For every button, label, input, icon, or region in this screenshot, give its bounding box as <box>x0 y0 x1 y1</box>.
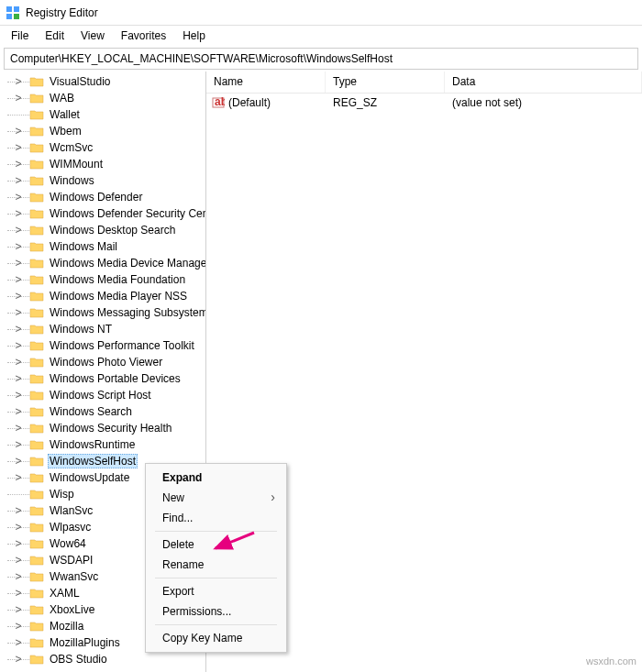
menu-edit[interactable]: Edit <box>38 28 72 44</box>
ctx-export[interactable]: Export <box>148 581 284 601</box>
expand-icon[interactable]: > <box>7 174 29 187</box>
expand-icon[interactable]: > <box>7 141 29 154</box>
expand-icon[interactable]: > <box>7 455 29 468</box>
expand-icon[interactable]: > <box>7 191 29 204</box>
expand-icon[interactable]: > <box>7 554 29 567</box>
folder-icon <box>29 620 44 633</box>
folder-icon <box>29 356 44 369</box>
menu-favorites[interactable]: Favorites <box>114 28 173 44</box>
tree-node[interactable]: >Windows Media Foundation <box>0 271 205 288</box>
tree-node[interactable]: >Windows Mail <box>0 238 205 255</box>
expand-icon[interactable]: > <box>7 471 29 484</box>
svg-rect-2 <box>6 14 12 19</box>
folder-icon <box>29 92 44 105</box>
expand-icon[interactable]: > <box>7 504 29 517</box>
expand-icon[interactable]: > <box>7 405 29 418</box>
tree-label: Wow64 <box>48 537 88 550</box>
svg-rect-1 <box>14 6 19 12</box>
tree-label: Wisp <box>48 488 76 501</box>
folder-icon <box>29 587 44 600</box>
expand-icon[interactable]: > <box>7 75 29 88</box>
tree-node[interactable]: >Windows Photo Viewer <box>0 354 205 370</box>
expand-icon[interactable]: > <box>7 339 29 352</box>
ctx-rename[interactable]: Rename <box>148 555 284 575</box>
address-bar[interactable]: Computer\HKEY_LOCAL_MACHINE\SOFTWARE\Mic… <box>4 48 638 70</box>
expand-icon[interactable]: > <box>7 207 29 220</box>
expand-icon[interactable]: > <box>7 389 29 402</box>
expand-icon[interactable]: > <box>7 273 29 286</box>
tree-node[interactable]: Wallet <box>0 106 205 123</box>
expand-icon[interactable]: > <box>7 521 29 534</box>
folder-icon <box>29 422 44 435</box>
folder-icon <box>29 125 44 138</box>
expand-icon[interactable]: > <box>7 125 29 138</box>
folder-icon <box>29 603 44 616</box>
expand-icon[interactable]: > <box>7 240 29 253</box>
expand-icon[interactable]: > <box>7 356 29 369</box>
expand-icon[interactable]: > <box>7 224 29 237</box>
col-data[interactable]: Data <box>445 72 642 93</box>
expand-icon[interactable]: > <box>7 570 29 583</box>
expand-icon[interactable]: > <box>7 92 29 105</box>
tree-node[interactable]: >Windows NT <box>0 321 205 337</box>
expand-icon[interactable]: > <box>7 603 29 616</box>
expand-icon[interactable]: > <box>7 587 29 600</box>
folder-icon <box>29 455 44 468</box>
ctx-find[interactable]: Find... <box>148 508 284 528</box>
tree-node[interactable]: >Windows Security Health <box>0 420 205 436</box>
col-type[interactable]: Type <box>326 72 445 93</box>
string-value-icon: ab <box>212 96 225 109</box>
folder-icon <box>29 504 44 517</box>
ctx-permissions[interactable]: Permissions... <box>148 601 284 622</box>
expand-icon[interactable]: > <box>7 158 29 171</box>
expand-icon[interactable]: > <box>7 438 29 451</box>
expand-icon[interactable]: > <box>7 620 29 633</box>
tree-node[interactable]: >WcmSvc <box>0 139 205 156</box>
tree-node[interactable]: >Windows Defender Security Center <box>0 205 205 222</box>
expand-icon[interactable]: > <box>7 372 29 385</box>
folder-icon <box>29 158 44 171</box>
expand-icon[interactable]: > <box>7 653 29 666</box>
ctx-new[interactable]: New <box>148 488 284 508</box>
app-icon <box>6 6 20 20</box>
folder-icon <box>29 653 44 666</box>
tree-label: Windows Media Device Manager <box>48 257 205 270</box>
tree-label: WwanSvc <box>48 570 100 583</box>
tree-node[interactable]: >Windows Search <box>0 403 205 420</box>
expand-icon[interactable]: > <box>7 636 29 649</box>
expand-icon[interactable]: > <box>7 290 29 303</box>
tree-node[interactable]: >Wbem <box>0 123 205 139</box>
expand-icon[interactable]: > <box>7 537 29 550</box>
tree-node[interactable]: >OBS Studio <box>0 651 205 667</box>
folder-icon <box>29 389 44 402</box>
ctx-copykeyname[interactable]: Copy Key Name <box>148 628 284 648</box>
col-name[interactable]: Name <box>206 72 326 93</box>
tree-node[interactable]: >Windows <box>0 172 205 189</box>
value-row[interactable]: ab (Default) REG_SZ (value not set) <box>206 94 642 112</box>
tree-node[interactable]: >WindowsRuntime <box>0 436 205 453</box>
tree-label: WSDAPI <box>48 554 94 567</box>
expand-icon[interactable]: > <box>7 306 29 319</box>
tree-node[interactable]: >Windows Messaging Subsystem <box>0 304 205 321</box>
tree-node[interactable]: >VisualStudio <box>0 73 205 90</box>
expand-icon[interactable]: > <box>7 257 29 270</box>
tree-label: Wallet <box>48 108 82 121</box>
address-text: Computer\HKEY_LOCAL_MACHINE\SOFTWARE\Mic… <box>10 52 393 65</box>
tree-node[interactable]: >Windows Script Host <box>0 387 205 403</box>
tree-node[interactable]: >Windows Performance Toolkit <box>0 337 205 354</box>
expand-icon[interactable]: > <box>7 422 29 435</box>
expand-icon[interactable]: > <box>7 323 29 336</box>
tree-node[interactable]: >Windows Portable Devices <box>0 370 205 387</box>
tree-label: WindowsSelfHost <box>48 454 138 468</box>
tree-node[interactable]: >Windows Media Player NSS <box>0 288 205 304</box>
menubar: File Edit View Favorites Help <box>0 26 642 46</box>
ctx-expand[interactable]: Expand <box>148 468 284 488</box>
tree-node[interactable]: >Windows Desktop Search <box>0 222 205 238</box>
tree-node[interactable]: >WAB <box>0 90 205 106</box>
menu-view[interactable]: View <box>73 28 112 44</box>
tree-node[interactable]: >Windows Media Device Manager <box>0 255 205 271</box>
tree-node[interactable]: >WIMMount <box>0 156 205 172</box>
tree-node[interactable]: >Windows Defender <box>0 189 205 205</box>
menu-file[interactable]: File <box>4 28 36 44</box>
menu-help[interactable]: Help <box>175 28 213 44</box>
